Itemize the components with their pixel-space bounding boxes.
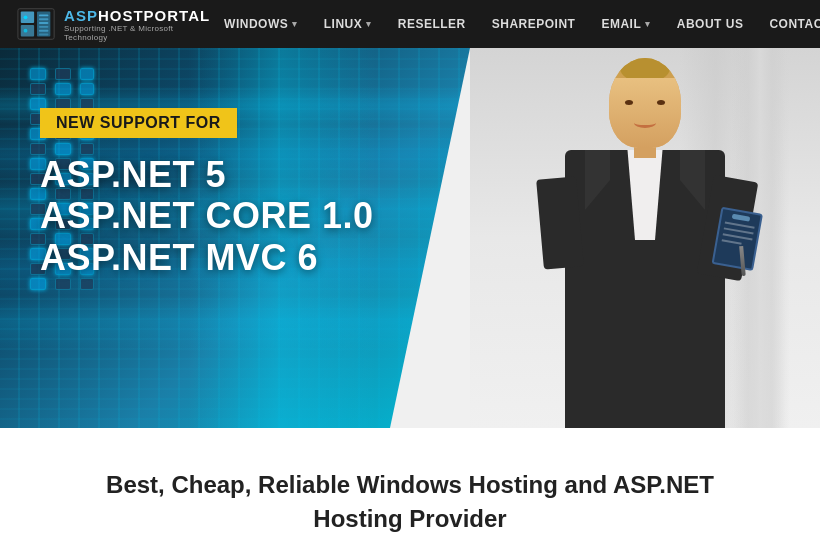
hero-title: ASP.NET 5 ASP.NET CORE 1.0 ASP.NET MVC 6 bbox=[40, 154, 373, 278]
svg-point-4 bbox=[24, 15, 28, 19]
nav-windows[interactable]: WINDOWS ▾ bbox=[212, 0, 310, 48]
svg-point-5 bbox=[24, 29, 28, 33]
nav-linux[interactable]: LINUX ▾ bbox=[312, 0, 384, 48]
navbar-menu: WINDOWS ▾ LINUX ▾ RESELLER SHAREPOINT EM… bbox=[212, 0, 820, 48]
person-lapels bbox=[585, 150, 705, 210]
section-title: Best, Cheap, Reliable Windows Hosting an… bbox=[20, 468, 800, 535]
svg-rect-11 bbox=[39, 34, 49, 36]
person-smile bbox=[634, 118, 656, 128]
nav-sharepoint[interactable]: SHAREPOINT bbox=[480, 0, 588, 48]
support-badge: NEW SUPPORT FOR bbox=[40, 108, 237, 138]
nav-contact[interactable]: CONTACT bbox=[757, 0, 820, 48]
chevron-down-icon: ▾ bbox=[366, 19, 372, 29]
hero-content: NEW SUPPORT FOR ASP.NET 5 ASP.NET CORE 1… bbox=[40, 108, 373, 278]
hero-section: NEW SUPPORT FOR ASP.NET 5 ASP.NET CORE 1… bbox=[0, 48, 820, 428]
eye-left bbox=[625, 100, 633, 105]
person-face bbox=[609, 78, 681, 148]
navbar: ASPHOSTPORTAL Supporting .NET & Microsof… bbox=[0, 0, 820, 48]
chevron-down-icon: ▾ bbox=[292, 19, 298, 29]
logo-icon bbox=[16, 6, 56, 42]
hero-left-bg: NEW SUPPORT FOR ASP.NET 5 ASP.NET CORE 1… bbox=[0, 48, 470, 428]
logo-text: ASPHOSTPORTAL Supporting .NET & Microsof… bbox=[64, 7, 212, 42]
logo-tagline: Supporting .NET & Microsoft Technology bbox=[64, 24, 212, 42]
person-figure bbox=[535, 58, 755, 428]
svg-rect-10 bbox=[39, 30, 49, 32]
nav-reseller[interactable]: RESELLER bbox=[386, 0, 478, 48]
eye-right bbox=[657, 100, 665, 105]
logo-name: ASPHOSTPORTAL bbox=[64, 7, 212, 24]
person-jacket bbox=[565, 150, 725, 428]
clipboard-clip bbox=[732, 214, 751, 222]
person-head bbox=[609, 58, 681, 148]
hero-right-bg bbox=[470, 48, 820, 428]
person-arm-left bbox=[536, 176, 584, 269]
svg-rect-8 bbox=[39, 22, 49, 24]
svg-rect-6 bbox=[39, 14, 49, 16]
svg-rect-9 bbox=[39, 26, 49, 28]
nav-about[interactable]: ABOUT US bbox=[665, 0, 756, 48]
section-heading: Best, Cheap, Reliable Windows Hosting an… bbox=[0, 428, 820, 548]
nav-email[interactable]: EMAIL ▾ bbox=[589, 0, 662, 48]
chevron-down-icon: ▾ bbox=[645, 19, 651, 29]
logo[interactable]: ASPHOSTPORTAL Supporting .NET & Microsof… bbox=[16, 6, 212, 42]
svg-rect-7 bbox=[39, 18, 49, 20]
hero-diagonal-divider bbox=[390, 48, 470, 428]
